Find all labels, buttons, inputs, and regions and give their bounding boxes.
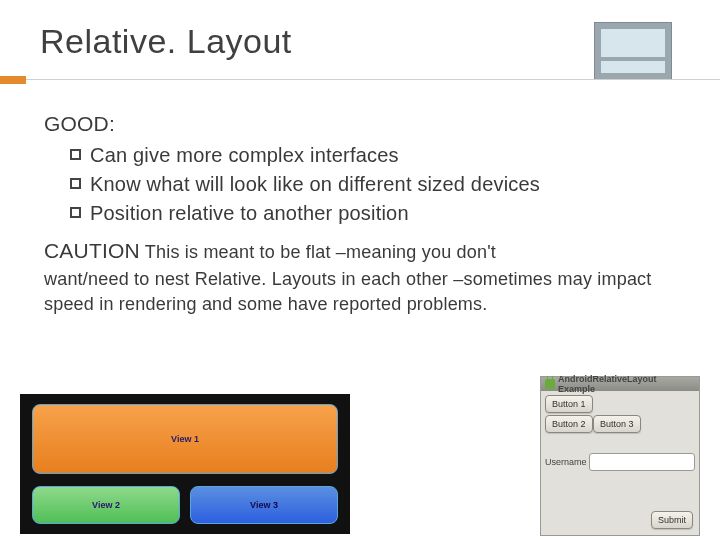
title-row: Relative. Layout bbox=[40, 22, 680, 80]
accent-bar bbox=[0, 76, 26, 84]
phone-statusbar: AndroidRelativeLayoutExample bbox=[541, 377, 699, 391]
body-content: GOOD: Can give more complex interfaces K… bbox=[40, 110, 680, 317]
caution-label: CAUTION bbox=[44, 239, 140, 262]
username-label: Username bbox=[545, 457, 587, 467]
caution-text-first: This is meant to be flat –meaning you do… bbox=[140, 242, 496, 262]
slide: Relative. Layout GOOD: Can give more com… bbox=[0, 0, 720, 540]
android-icon bbox=[545, 379, 555, 389]
slide-title: Relative. Layout bbox=[40, 22, 292, 61]
layout-preview: View 1 View 2 View 3 bbox=[20, 394, 350, 534]
monitor-icon bbox=[594, 22, 672, 80]
bullet-item: Know what will look like on different si… bbox=[70, 171, 680, 198]
phone-preview: AndroidRelativeLayoutExample Button 1 Bu… bbox=[540, 376, 700, 536]
bullet-item: Can give more complex interfaces bbox=[70, 142, 680, 169]
layout-view-1: View 1 bbox=[32, 404, 338, 474]
separator bbox=[26, 79, 720, 80]
username-row: Username bbox=[545, 453, 695, 471]
bullet-list: Can give more complex interfaces Know wh… bbox=[70, 142, 680, 227]
username-input[interactable] bbox=[589, 453, 695, 471]
layout-view-2: View 2 bbox=[32, 486, 180, 524]
bullet-item: Position relative to another position bbox=[70, 200, 680, 227]
phone-button-3[interactable]: Button 3 bbox=[593, 415, 641, 433]
caution-text-rest: want/need to nest Relative. Layouts in e… bbox=[44, 269, 652, 315]
phone-button-2[interactable]: Button 2 bbox=[545, 415, 593, 433]
good-label: GOOD: bbox=[44, 110, 680, 138]
layout-view-3: View 3 bbox=[190, 486, 338, 524]
phone-body: Button 1 Button 2 Button 3 Username Subm… bbox=[541, 391, 699, 535]
caution-block: CAUTION This is meant to be flat –meanin… bbox=[44, 237, 680, 317]
phone-button-1[interactable]: Button 1 bbox=[545, 395, 593, 413]
figures: View 1 View 2 View 3 AndroidRelativeLayo… bbox=[0, 385, 720, 540]
submit-button[interactable]: Submit bbox=[651, 511, 693, 529]
